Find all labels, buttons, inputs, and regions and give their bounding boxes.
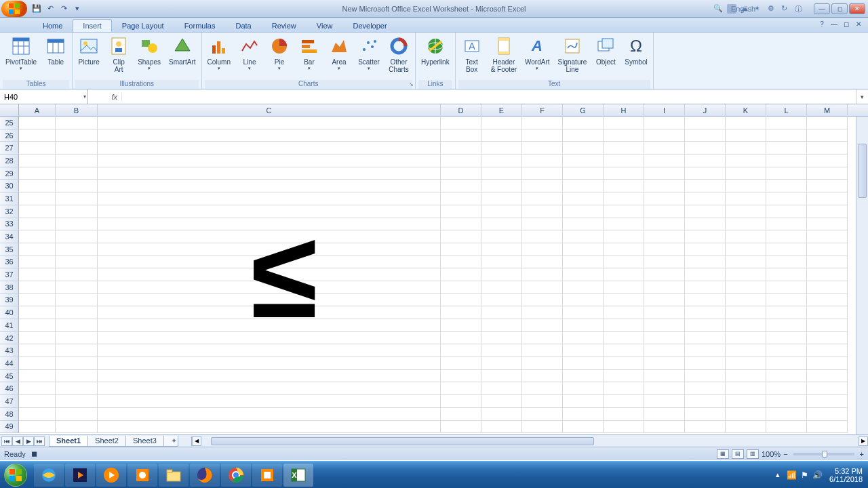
cell[interactable] bbox=[441, 421, 481, 434]
column-header[interactable]: E bbox=[481, 104, 522, 117]
cell[interactable] bbox=[98, 205, 441, 218]
cell[interactable] bbox=[644, 382, 685, 395]
cell[interactable] bbox=[807, 218, 848, 231]
cell[interactable] bbox=[56, 344, 98, 357]
row-header[interactable]: 27 bbox=[0, 142, 19, 155]
cell[interactable] bbox=[441, 281, 481, 294]
cell[interactable] bbox=[766, 408, 807, 421]
cell[interactable] bbox=[522, 382, 563, 395]
cell[interactable] bbox=[441, 117, 481, 129]
qat-dropdown-icon[interactable]: ▾ bbox=[72, 3, 83, 14]
cell[interactable] bbox=[481, 357, 522, 370]
tab-insert[interactable]: Insert bbox=[73, 19, 112, 32]
hscroll-left-icon[interactable]: ◀ bbox=[192, 436, 201, 446]
picture-button[interactable]: Picture bbox=[75, 34, 102, 67]
cell[interactable] bbox=[98, 370, 441, 383]
cell[interactable] bbox=[685, 370, 726, 383]
cell[interactable] bbox=[441, 408, 481, 421]
table-button[interactable]: Table bbox=[42, 34, 69, 67]
cell[interactable] bbox=[98, 281, 441, 294]
cell[interactable] bbox=[726, 268, 766, 281]
column-header[interactable]: B bbox=[56, 104, 98, 117]
cell[interactable] bbox=[441, 256, 481, 269]
column-header[interactable]: D bbox=[441, 104, 481, 117]
cell[interactable] bbox=[56, 306, 98, 319]
cell[interactable] bbox=[807, 344, 848, 357]
addin-icon[interactable]: 🔍 bbox=[713, 4, 723, 14]
cell[interactable] bbox=[685, 332, 726, 345]
view-page-break-button[interactable]: ▥ bbox=[747, 449, 759, 459]
cell[interactable] bbox=[56, 382, 98, 395]
cell[interactable] bbox=[644, 268, 685, 281]
cell[interactable] bbox=[807, 230, 848, 243]
cell[interactable] bbox=[481, 218, 522, 231]
addin-icon[interactable]: ☁ bbox=[741, 4, 750, 14]
cell[interactable] bbox=[522, 243, 563, 256]
row-header[interactable]: 36 bbox=[0, 256, 19, 269]
cell[interactable] bbox=[726, 230, 766, 243]
maximize-button[interactable]: ◻ bbox=[831, 3, 848, 14]
cell[interactable] bbox=[522, 344, 563, 357]
charts-dialog-launcher[interactable]: ↘ bbox=[409, 81, 414, 87]
cell[interactable] bbox=[604, 281, 644, 294]
cell[interactable] bbox=[98, 332, 441, 345]
tray-show-hidden-icon[interactable]: ▴ bbox=[776, 470, 780, 479]
cell[interactable] bbox=[644, 155, 685, 167]
cell[interactable] bbox=[522, 129, 563, 142]
cell[interactable] bbox=[807, 395, 848, 408]
ribbon-close-button[interactable]: ✕ bbox=[853, 19, 864, 28]
cell[interactable] bbox=[807, 167, 848, 180]
language-indicator[interactable]: English bbox=[727, 4, 736, 14]
cell[interactable] bbox=[563, 421, 604, 434]
cell[interactable] bbox=[726, 192, 766, 205]
column-header[interactable]: G bbox=[563, 104, 604, 117]
sheet-nav-last[interactable]: ⏭ bbox=[34, 436, 45, 446]
cell[interactable] bbox=[563, 344, 604, 357]
clipart-button[interactable]: Clip Art bbox=[105, 34, 132, 75]
cell[interactable] bbox=[441, 205, 481, 218]
cell[interactable] bbox=[56, 281, 98, 294]
new-sheet-button[interactable]: ✦ bbox=[163, 436, 178, 447]
cell[interactable] bbox=[98, 344, 441, 357]
cell[interactable] bbox=[766, 129, 807, 142]
column-header[interactable]: A bbox=[19, 104, 56, 117]
cell[interactable] bbox=[807, 117, 848, 129]
other-charts-button[interactable]: Other Charts bbox=[385, 34, 412, 75]
cell[interactable] bbox=[644, 205, 685, 218]
cell[interactable] bbox=[807, 192, 848, 205]
cell[interactable] bbox=[522, 408, 563, 421]
cell[interactable] bbox=[56, 294, 98, 307]
cell[interactable] bbox=[766, 294, 807, 307]
cell[interactable] bbox=[481, 205, 522, 218]
cell[interactable] bbox=[19, 256, 56, 269]
zoom-level[interactable]: 100% bbox=[762, 450, 781, 458]
cell[interactable] bbox=[726, 395, 766, 408]
cell[interactable] bbox=[98, 421, 441, 434]
cell[interactable] bbox=[726, 243, 766, 256]
cell[interactable] bbox=[98, 243, 441, 256]
cell[interactable] bbox=[604, 344, 644, 357]
cell[interactable] bbox=[19, 408, 56, 421]
cell[interactable] bbox=[807, 205, 848, 218]
cell[interactable] bbox=[604, 408, 644, 421]
smartart-button[interactable]: SmartArt bbox=[166, 34, 198, 67]
zoom-in-button[interactable]: + bbox=[860, 450, 864, 458]
header-footer-button[interactable]: Header & Footer bbox=[488, 34, 519, 75]
cell[interactable] bbox=[807, 180, 848, 192]
cell[interactable] bbox=[441, 180, 481, 192]
cell[interactable] bbox=[644, 243, 685, 256]
cell[interactable] bbox=[644, 306, 685, 319]
cell[interactable] bbox=[726, 306, 766, 319]
tab-data[interactable]: Data bbox=[225, 19, 261, 32]
tab-review[interactable]: Review bbox=[262, 19, 307, 32]
cell[interactable] bbox=[522, 370, 563, 383]
cell[interactable] bbox=[766, 256, 807, 269]
cell[interactable] bbox=[522, 332, 563, 345]
cell[interactable] bbox=[19, 281, 56, 294]
cell[interactable] bbox=[56, 167, 98, 180]
cell[interactable] bbox=[604, 357, 644, 370]
row-header[interactable]: 25 bbox=[0, 117, 19, 129]
cell[interactable] bbox=[56, 180, 98, 192]
cell[interactable] bbox=[726, 294, 766, 307]
cell[interactable] bbox=[481, 117, 522, 129]
